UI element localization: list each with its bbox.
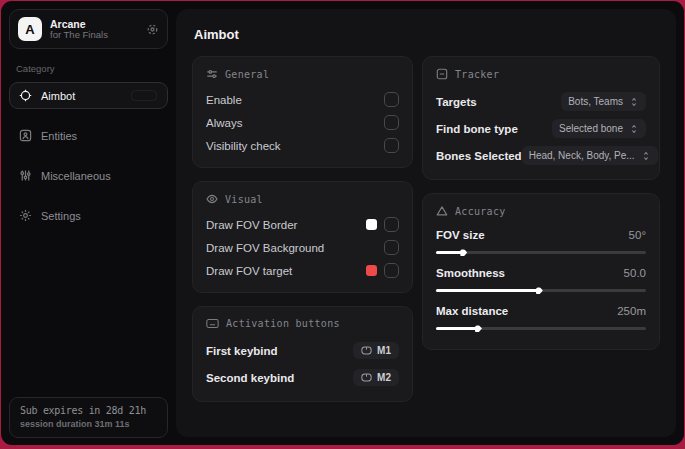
mouse-icon bbox=[361, 373, 372, 382]
smoothness-value: 50.0 bbox=[624, 267, 646, 279]
card-title-label: Accuracy bbox=[455, 206, 506, 217]
general-row-visibility-check: Visibility check bbox=[206, 134, 399, 157]
sidebar-item-label: Settings bbox=[41, 210, 81, 222]
accuracy-row-fov-size: FOV size 50° bbox=[436, 225, 646, 254]
main-panel: Aimbot General bbox=[176, 9, 676, 437]
general-row-enable: Enable bbox=[206, 88, 399, 111]
sidebar-item-entities[interactable]: Entities bbox=[9, 122, 168, 149]
find-bone-type-select[interactable]: Selected bone bbox=[552, 119, 646, 138]
app-logo: A bbox=[18, 17, 42, 41]
keyboard-icon bbox=[206, 318, 219, 329]
row-label: Draw FOV Background bbox=[206, 242, 324, 254]
always-checkbox[interactable] bbox=[384, 115, 399, 130]
slider-thumb[interactable] bbox=[536, 287, 543, 294]
bones-selected-select[interactable]: Head, Neck, Body, Pe... bbox=[522, 146, 658, 165]
enable-checkbox[interactable] bbox=[384, 92, 399, 107]
general-sliders-icon bbox=[206, 68, 218, 80]
triangle-icon bbox=[436, 205, 448, 217]
sub-expiry-text: Sub expires in 28d 21h bbox=[20, 405, 157, 416]
fov-background-checkbox[interactable] bbox=[384, 240, 399, 255]
sidebar-item-settings[interactable]: Settings bbox=[9, 202, 168, 229]
row-label: Smoothness bbox=[436, 267, 505, 279]
mouse-icon bbox=[361, 346, 372, 355]
category-label: Category bbox=[16, 63, 168, 74]
tracker-row-bones-selected: Bones Selected Head, Neck, Body, Pe... bbox=[436, 142, 646, 169]
row-label: Visibility check bbox=[206, 140, 281, 152]
visual-row-fov-border: Draw FOV Border bbox=[206, 213, 399, 236]
frame-minus-icon bbox=[436, 68, 448, 80]
targets-select[interactable]: Bots, Teams bbox=[561, 92, 646, 111]
activation-row-first: First keybind M1 bbox=[206, 337, 399, 364]
entities-icon bbox=[19, 129, 32, 142]
accuracy-row-smoothness: Smoothness 50.0 bbox=[436, 263, 646, 292]
activation-card: Activation buttons First keybind M1 bbox=[192, 306, 413, 402]
sidebar: A Arcane for The Finals Category Aimbot bbox=[1, 1, 176, 445]
active-item-hint bbox=[131, 90, 157, 101]
max-distance-value: 250m bbox=[617, 305, 646, 317]
select-arrows-icon bbox=[641, 151, 651, 161]
row-label: Max distance bbox=[436, 305, 508, 317]
app-window: A Arcane for The Finals Category Aimbot bbox=[1, 1, 684, 445]
row-label: Draw FOV target bbox=[206, 265, 292, 277]
visual-card: Visual Draw FOV Border Draw FOV Backgrou… bbox=[192, 181, 413, 293]
max-distance-slider[interactable] bbox=[436, 327, 646, 330]
row-label: Second keybind bbox=[206, 372, 294, 384]
gear-icon bbox=[19, 209, 32, 222]
card-title-label: Activation buttons bbox=[226, 318, 340, 329]
general-card: General Enable Always Visibility check bbox=[192, 56, 413, 168]
card-title-label: General bbox=[225, 69, 269, 80]
keybind-value: M1 bbox=[377, 345, 391, 356]
activation-row-second: Second keybind M2 bbox=[206, 364, 399, 391]
brand-card: A Arcane for The Finals bbox=[9, 9, 168, 49]
sync-icon[interactable] bbox=[146, 23, 159, 36]
tracker-row-find-bone: Find bone type Selected bone bbox=[436, 115, 646, 142]
sidebar-item-aimbot[interactable]: Aimbot bbox=[9, 82, 168, 109]
row-label: Always bbox=[206, 117, 242, 129]
brand-text: Arcane for The Finals bbox=[50, 18, 138, 41]
row-label: Enable bbox=[206, 94, 242, 106]
crosshair-icon bbox=[19, 89, 32, 102]
visual-row-fov-target: Draw FOV target bbox=[206, 259, 399, 282]
slider-thumb[interactable] bbox=[475, 325, 482, 332]
accuracy-card: Accuracy FOV size 50° bbox=[422, 193, 660, 350]
fov-target-checkbox[interactable] bbox=[384, 263, 399, 278]
accuracy-row-max-distance: Max distance 250m bbox=[436, 301, 646, 330]
visual-row-fov-background: Draw FOV Background bbox=[206, 236, 399, 259]
eye-icon bbox=[206, 193, 218, 205]
general-row-always: Always bbox=[206, 111, 399, 134]
smoothness-slider[interactable] bbox=[436, 289, 646, 292]
sidebar-item-label: Entities bbox=[41, 130, 77, 142]
subscription-card: Sub expires in 28d 21h session duration … bbox=[9, 397, 168, 438]
card-title-label: Tracker bbox=[455, 69, 499, 80]
fov-border-color-swatch[interactable] bbox=[366, 219, 377, 230]
select-arrows-icon bbox=[629, 97, 639, 107]
row-label: First keybind bbox=[206, 345, 278, 357]
fov-target-color-swatch[interactable] bbox=[366, 265, 377, 276]
card-title-label: Visual bbox=[225, 194, 263, 205]
row-label: Bones Selected bbox=[436, 150, 522, 162]
row-label: Draw FOV Border bbox=[206, 219, 297, 231]
app-name: Arcane bbox=[50, 18, 138, 30]
session-duration-text: session duration 31m 11s bbox=[20, 419, 157, 429]
select-value: Bots, Teams bbox=[568, 96, 623, 107]
row-label: Find bone type bbox=[436, 123, 518, 135]
tracker-row-targets: Targets Bots, Teams bbox=[436, 88, 646, 115]
select-arrows-icon bbox=[629, 124, 639, 134]
fov-border-checkbox[interactable] bbox=[384, 217, 399, 232]
row-label: FOV size bbox=[436, 229, 485, 241]
sidebar-item-miscellaneous[interactable]: Miscellaneous bbox=[9, 162, 168, 189]
sliders-icon bbox=[19, 169, 32, 182]
sidebar-item-label: Aimbot bbox=[41, 90, 75, 102]
tracker-card: Tracker Targets Bots, Teams bbox=[422, 56, 660, 180]
visibility-check-checkbox[interactable] bbox=[384, 138, 399, 153]
slider-thumb[interactable] bbox=[460, 249, 467, 256]
app-subtitle: for The Finals bbox=[50, 30, 138, 41]
fov-size-slider[interactable] bbox=[436, 251, 646, 254]
fov-size-value: 50° bbox=[629, 229, 646, 241]
select-value: Head, Neck, Body, Pe... bbox=[529, 150, 635, 161]
keybind-value: M2 bbox=[377, 372, 391, 383]
second-keybind-button[interactable]: M2 bbox=[353, 369, 399, 386]
row-label: Targets bbox=[436, 96, 477, 108]
first-keybind-button[interactable]: M1 bbox=[353, 342, 399, 359]
sidebar-item-label: Miscellaneous bbox=[41, 170, 111, 182]
